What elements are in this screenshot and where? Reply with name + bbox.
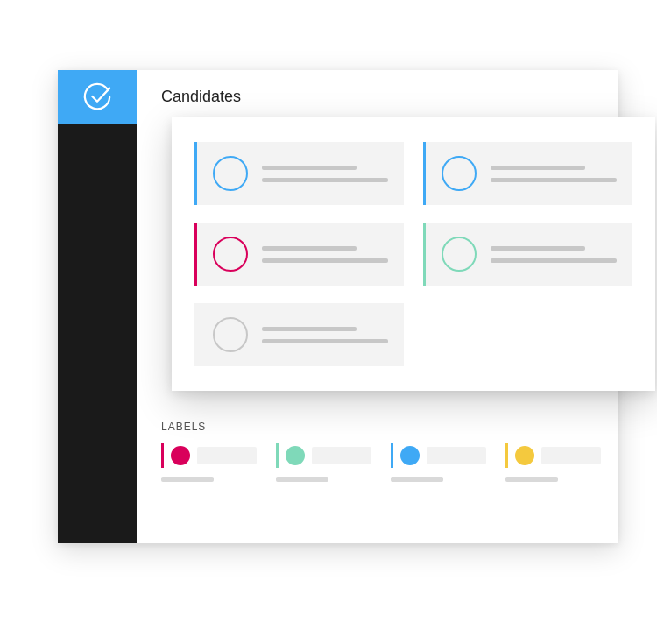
candidate-avatar-placeholder <box>213 156 248 191</box>
label-color-bar <box>161 443 164 468</box>
label-item[interactable] <box>505 443 601 482</box>
label-item[interactable] <box>276 443 371 482</box>
card-text-placeholder <box>262 327 388 343</box>
label-name-placeholder <box>312 447 371 464</box>
candidates-popup-panel <box>172 117 655 391</box>
card-accent-bar <box>423 223 426 286</box>
card-text-placeholder <box>262 166 388 182</box>
label-item[interactable] <box>161 443 257 482</box>
label-sub-placeholder <box>391 477 443 482</box>
card-text-placeholder <box>491 246 617 263</box>
label-color-bar <box>391 443 393 468</box>
candidate-card[interactable] <box>423 142 632 205</box>
card-accent-bar <box>194 303 197 366</box>
label-name-placeholder <box>541 447 601 464</box>
labels-section: LABELS <box>161 421 601 482</box>
label-sub-placeholder <box>505 477 558 482</box>
card-text-placeholder <box>491 166 617 182</box>
label-color-bar <box>276 443 279 468</box>
card-accent-bar <box>194 223 197 286</box>
candidate-card[interactable] <box>194 223 404 286</box>
card-text-placeholder <box>262 246 388 263</box>
labels-row <box>161 443 601 482</box>
card-accent-bar <box>194 142 197 205</box>
label-item[interactable] <box>391 443 486 482</box>
label-color-dot <box>286 446 305 465</box>
label-color-dot <box>400 446 420 465</box>
card-accent-bar <box>423 142 426 205</box>
checkmark-circle-icon <box>82 82 112 112</box>
candidate-card-empty[interactable] <box>194 303 404 366</box>
candidate-card[interactable] <box>423 223 632 286</box>
label-name-placeholder <box>427 447 486 464</box>
label-color-bar <box>505 443 508 468</box>
sidebar <box>58 70 137 543</box>
candidate-avatar-placeholder <box>442 237 477 272</box>
page-title: Candidates <box>161 88 241 106</box>
candidate-avatar-placeholder <box>213 237 248 272</box>
label-sub-placeholder <box>161 477 214 482</box>
candidate-avatar-placeholder <box>213 317 248 352</box>
label-sub-placeholder <box>276 477 328 482</box>
label-color-dot <box>171 446 190 465</box>
candidate-card[interactable] <box>194 142 404 205</box>
candidate-card-grid <box>194 142 632 366</box>
label-color-dot <box>515 446 534 465</box>
app-logo[interactable] <box>58 70 137 124</box>
label-name-placeholder <box>197 447 257 464</box>
labels-header: LABELS <box>161 421 601 433</box>
candidate-avatar-placeholder <box>442 156 477 191</box>
